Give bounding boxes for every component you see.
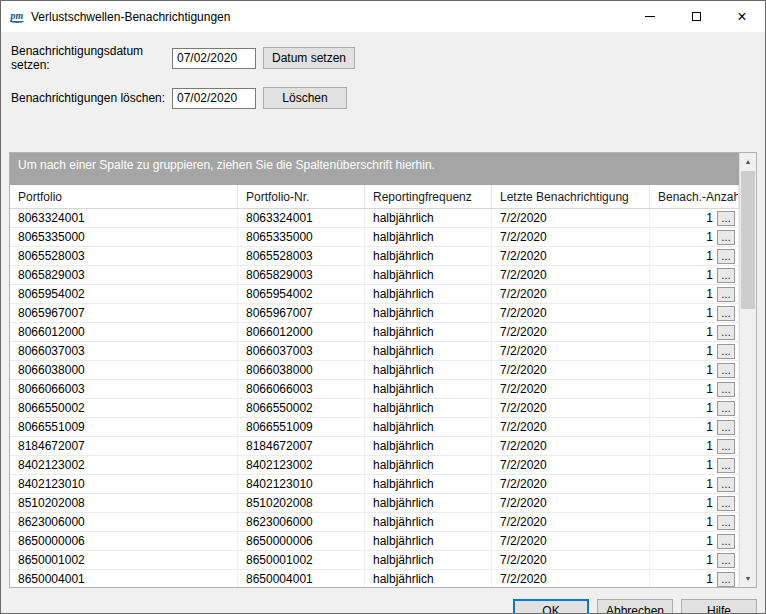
table-row[interactable]: 8066550002 8066550002 halbjährlich 7/2/2…: [10, 399, 739, 418]
ok-button[interactable]: OK: [513, 599, 589, 614]
cell-reportingfrequenz: halbjährlich: [365, 323, 492, 341]
form-area: Benachrichtigungsdatum setzen: Datum set…: [1, 32, 765, 124]
row-options-button[interactable]: …: [717, 344, 735, 359]
cell-reportingfrequenz: halbjährlich: [365, 399, 492, 417]
row-options-button[interactable]: …: [717, 230, 735, 245]
cell-portfolio-nr: 8065967007: [238, 304, 365, 322]
row-options-button[interactable]: …: [717, 420, 735, 435]
row-options-button[interactable]: …: [717, 496, 735, 511]
table-row[interactable]: 8184672007 8184672007 halbjährlich 7/2/2…: [10, 437, 739, 456]
cell-portfolio: 8066066003: [10, 380, 238, 398]
cell-portfolio-nr: 8510202008: [238, 494, 365, 512]
help-button[interactable]: Hilfe: [681, 599, 757, 614]
cell-benach-anzahl: 1 …: [650, 475, 739, 493]
column-header-benach-anzahl[interactable]: Benach.-Anzahl: [650, 185, 739, 208]
cell-portfolio: 8066550002: [10, 399, 238, 417]
scrollbar-thumb[interactable]: [741, 171, 755, 309]
table-row[interactable]: 8066037003 8066037003 halbjährlich 7/2/2…: [10, 342, 739, 361]
cell-portfolio-nr: 8066037003: [238, 342, 365, 360]
cell-portfolio-nr: 8650000006: [238, 532, 365, 550]
table-row[interactable]: 8066551009 8066551009 halbjährlich 7/2/2…: [10, 418, 739, 437]
column-header-portfolio-nr[interactable]: Portfolio-Nr.: [238, 185, 365, 208]
scroll-up-icon[interactable]: ▲: [740, 153, 756, 170]
cell-benach-anzahl: 1 …: [650, 247, 739, 265]
cell-benach-anzahl: 1 …: [650, 380, 739, 398]
set-date-input[interactable]: [172, 48, 256, 69]
table-row[interactable]: 8066066003 8066066003 halbjährlich 7/2/2…: [10, 380, 739, 399]
scroll-down-icon[interactable]: ▼: [740, 570, 756, 587]
table-row[interactable]: 8065528003 8065528003 halbjährlich 7/2/2…: [10, 247, 739, 266]
table-row[interactable]: 8510202008 8510202008 halbjährlich 7/2/2…: [10, 494, 739, 513]
cell-portfolio: 8402123010: [10, 475, 238, 493]
group-by-hint-bar[interactable]: Um nach einer Spalte zu gruppieren, zieh…: [10, 153, 739, 185]
table-row[interactable]: 8063324001 8063324001 halbjährlich 7/2/2…: [10, 209, 739, 228]
row-options-button[interactable]: …: [717, 534, 735, 549]
table-row[interactable]: 8650000006 8650000006 halbjährlich 7/2/2…: [10, 532, 739, 551]
table-row[interactable]: 8402123010 8402123010 halbjährlich 7/2/2…: [10, 475, 739, 494]
table-row[interactable]: 8623006000 8623006000 halbjährlich 7/2/2…: [10, 513, 739, 532]
notification-count: 1: [706, 211, 713, 225]
row-options-button[interactable]: …: [717, 287, 735, 302]
row-options-button[interactable]: …: [717, 249, 735, 264]
row-options-button[interactable]: …: [717, 458, 735, 473]
set-date-label: Benachrichtigungsdatum setzen:: [11, 44, 172, 72]
row-options-button[interactable]: …: [717, 268, 735, 283]
cell-portfolio: 8063324001: [10, 209, 238, 227]
row-options-button[interactable]: …: [717, 572, 735, 587]
row-options-button[interactable]: …: [717, 325, 735, 340]
row-options-button[interactable]: …: [717, 211, 735, 226]
cancel-button[interactable]: Abbrechen: [597, 599, 673, 614]
set-date-button[interactable]: Datum setzen: [263, 47, 355, 69]
table-row[interactable]: 8650004001 8650004001 halbjährlich 7/2/2…: [10, 570, 739, 587]
grid-header-row: Portfolio Portfolio-Nr. Reportingfrequen…: [10, 185, 739, 209]
column-header-letzte-benachrichtigung[interactable]: Letzte Benachrichtigung: [492, 185, 650, 208]
row-options-button[interactable]: …: [717, 382, 735, 397]
notifications-grid: Um nach einer Spalte zu gruppieren, zieh…: [9, 152, 757, 588]
column-header-portfolio[interactable]: Portfolio: [10, 185, 238, 208]
cell-benach-anzahl: 1 …: [650, 513, 739, 531]
table-row[interactable]: 8402123002 8402123002 halbjährlich 7/2/2…: [10, 456, 739, 475]
cell-reportingfrequenz: halbjährlich: [365, 342, 492, 360]
cell-letzte-benachrichtigung: 7/2/2020: [492, 570, 650, 587]
cell-benach-anzahl: 1 …: [650, 209, 739, 227]
cell-reportingfrequenz: halbjährlich: [365, 285, 492, 303]
cell-letzte-benachrichtigung: 7/2/2020: [492, 551, 650, 569]
notification-count: 1: [706, 344, 713, 358]
row-options-button[interactable]: …: [717, 515, 735, 530]
column-header-reportingfrequenz[interactable]: Reportingfrequenz: [365, 185, 492, 208]
cell-benach-anzahl: 1 …: [650, 323, 739, 341]
notification-count: 1: [706, 553, 713, 567]
close-button[interactable]: ×: [719, 1, 765, 32]
table-row[interactable]: 8066038000 8066038000 halbjährlich 7/2/2…: [10, 361, 739, 380]
minimize-icon: [645, 16, 655, 17]
clear-date-button[interactable]: Löschen: [263, 87, 347, 109]
clear-date-input[interactable]: [172, 88, 256, 109]
notification-count: 1: [706, 306, 713, 320]
table-row[interactable]: 8066012000 8066012000 halbjährlich 7/2/2…: [10, 323, 739, 342]
cell-benach-anzahl: 1 …: [650, 399, 739, 417]
table-row[interactable]: 8065954002 8065954002 halbjährlich 7/2/2…: [10, 285, 739, 304]
cell-reportingfrequenz: halbjährlich: [365, 304, 492, 322]
minimize-button[interactable]: [627, 1, 673, 32]
notification-count: 1: [706, 268, 713, 282]
table-row[interactable]: 8065829003 8065829003 halbjährlich 7/2/2…: [10, 266, 739, 285]
cell-letzte-benachrichtigung: 7/2/2020: [492, 228, 650, 246]
cell-benach-anzahl: 1 …: [650, 342, 739, 360]
cell-reportingfrequenz: halbjährlich: [365, 247, 492, 265]
vertical-scrollbar[interactable]: ▲ ▼: [739, 153, 756, 587]
cell-reportingfrequenz: halbjährlich: [365, 266, 492, 284]
table-row[interactable]: 8065335000 8065335000 halbjährlich 7/2/2…: [10, 228, 739, 247]
row-options-button[interactable]: …: [717, 306, 735, 321]
row-options-button[interactable]: …: [717, 363, 735, 378]
table-row[interactable]: 8650001002 8650001002 halbjährlich 7/2/2…: [10, 551, 739, 570]
table-row[interactable]: 8065967007 8065967007 halbjährlich 7/2/2…: [10, 304, 739, 323]
row-options-button[interactable]: …: [717, 401, 735, 416]
pm-logo-wave: [10, 20, 24, 23]
maximize-button[interactable]: [673, 1, 719, 32]
cell-portfolio-nr: 8066550002: [238, 399, 365, 417]
cell-portfolio: 8510202008: [10, 494, 238, 512]
row-options-button[interactable]: …: [717, 553, 735, 568]
row-options-button[interactable]: …: [717, 477, 735, 492]
row-options-button[interactable]: …: [717, 439, 735, 454]
pm-app-icon: pm: [8, 9, 26, 25]
